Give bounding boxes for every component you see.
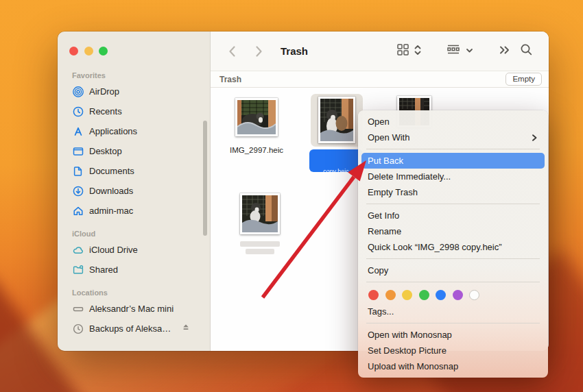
shared-folder-icon (71, 263, 84, 276)
empty-trash-button[interactable]: Empty (505, 73, 542, 86)
sidebar: Favorites AirDrop Recents Applications (58, 32, 211, 351)
menu-item-rename[interactable]: Rename (358, 223, 548, 239)
sidebar-item-label: AirDrop (89, 86, 119, 97)
sidebar-item-applications[interactable]: Applications (70, 121, 202, 141)
faded-file-name-label (240, 241, 280, 254)
grid-view-icon (396, 42, 410, 60)
home-icon (71, 204, 84, 217)
download-circle-icon (71, 184, 84, 197)
menu-item-open-with[interactable]: Open With (358, 130, 548, 145)
clock-icon (71, 105, 84, 118)
sidebar-section-favorites: Favorites (72, 71, 202, 79)
tag-color-green[interactable] (419, 290, 429, 300)
sidebar-item-label: admin-mac (89, 206, 133, 216)
cloud-icon (71, 243, 84, 256)
toolbar: Trash (211, 32, 549, 71)
file-thumbnail-faded[interactable] (240, 193, 280, 234)
sidebar-item-admin-mac[interactable]: admin-mac (70, 201, 202, 221)
sidebar-item-label: Desktop (89, 146, 122, 156)
sidebar-item-shared[interactable]: Shared (70, 260, 202, 280)
tag-color-purple[interactable] (453, 290, 463, 300)
more-toolbar-items-button[interactable] (497, 43, 512, 60)
back-button[interactable] (226, 44, 239, 59)
tag-color-orange[interactable] (385, 290, 396, 300)
menu-item-open[interactable]: Open (358, 114, 548, 130)
submenu-chevron-icon (530, 133, 538, 143)
airdrop-icon (71, 85, 84, 98)
file-thumbnail-img-2998-copy[interactable] (318, 97, 355, 143)
sidebar-item-label: Backups of Aleksa… (89, 323, 171, 334)
close-window-button[interactable] (69, 47, 78, 56)
traffic-lights (69, 47, 108, 56)
forward-button[interactable] (252, 44, 265, 59)
sidebar-item-label: Shared (89, 265, 118, 275)
search-icon[interactable] (519, 42, 534, 60)
sidebar-section-locations: Locations (72, 289, 202, 297)
sidebar-list: Favorites AirDrop Recents Applications (58, 32, 210, 339)
sidebar-section-icloud: iCloud (72, 230, 202, 238)
path-location-label: Trash (219, 75, 241, 84)
tag-color-none[interactable] (469, 290, 479, 300)
tag-color-blue[interactable] (436, 290, 446, 300)
file-thumbnail-img-2997[interactable] (235, 98, 278, 136)
applications-icon (71, 125, 84, 138)
sidebar-item-backups[interactable]: Backups of Aleksa… (70, 319, 202, 339)
menu-item-upload-with-monosnap[interactable]: Upload with Monosnap (358, 358, 548, 374)
sidebar-item-desktop[interactable]: Desktop (70, 141, 202, 161)
path-bar: Trash Empty (211, 71, 549, 88)
menu-separator (366, 323, 540, 323)
menu-item-open-with-monosnap[interactable]: Open with Monosnap (358, 327, 548, 343)
sidebar-item-mac-mini[interactable]: Aleksandr’s Mac mini (70, 299, 202, 319)
file-name-label[interactable]: IMG_2997.heic (212, 146, 301, 154)
zoom-window-button[interactable] (99, 47, 108, 56)
tag-color-yellow[interactable] (402, 290, 412, 300)
menu-item-put-back[interactable]: Put Back (361, 153, 545, 169)
selected-file-name-label[interactable]: copy.heic (309, 149, 363, 172)
group-by-button[interactable] (445, 43, 474, 60)
sidebar-item-label: Documents (89, 166, 134, 176)
sidebar-item-label: iCloud Drive (89, 245, 138, 255)
menu-item-copy[interactable]: Copy (358, 262, 548, 278)
sidebar-item-label: Recents (89, 106, 122, 117)
sidebar-item-airdrop[interactable]: AirDrop (70, 82, 202, 101)
sidebar-item-downloads[interactable]: Downloads (70, 181, 202, 201)
menu-separator (366, 204, 540, 204)
sidebar-item-icloud-drive[interactable]: iCloud Drive (70, 240, 202, 260)
menu-item-get-info[interactable]: Get Info (358, 208, 548, 223)
sidebar-scrollbar[interactable] (203, 121, 207, 236)
minimize-window-button[interactable] (84, 47, 93, 56)
tag-color-red[interactable] (368, 290, 379, 300)
eject-icon[interactable] (181, 323, 191, 334)
chevron-down-icon (465, 45, 474, 58)
sidebar-item-label: Aleksandr’s Mac mini (89, 304, 174, 314)
menu-item-delete-immediately[interactable]: Delete Immediately... (358, 169, 548, 184)
sidebar-item-recents[interactable]: Recents (70, 101, 202, 121)
tag-color-row (358, 286, 548, 304)
menu-separator (366, 282, 540, 282)
view-options-button[interactable] (396, 42, 422, 60)
sidebar-item-label: Downloads (89, 186, 133, 196)
up-down-chevrons-icon (414, 43, 422, 60)
menu-item-set-desktop-picture[interactable]: Set Desktop Picture (358, 343, 548, 358)
document-icon (71, 164, 84, 177)
sidebar-item-documents[interactable]: Documents (70, 161, 202, 181)
mac-mini-icon (71, 302, 84, 315)
context-menu: Open Open With Put Back Delete Immediate… (358, 110, 548, 378)
desktop-icon (71, 145, 84, 158)
window-title: Trash (281, 45, 308, 57)
menu-item-empty-trash[interactable]: Empty Trash (358, 184, 548, 200)
sidebar-item-label: Applications (89, 126, 137, 136)
group-by-icon (445, 43, 462, 60)
menu-item-tags[interactable]: Tags... (358, 304, 548, 319)
backup-clock-icon (71, 322, 84, 335)
menu-item-quick-look[interactable]: Quick Look “IMG_2998 copy.heic” (358, 239, 548, 255)
menu-separator (366, 258, 540, 259)
menu-separator (366, 149, 540, 149)
